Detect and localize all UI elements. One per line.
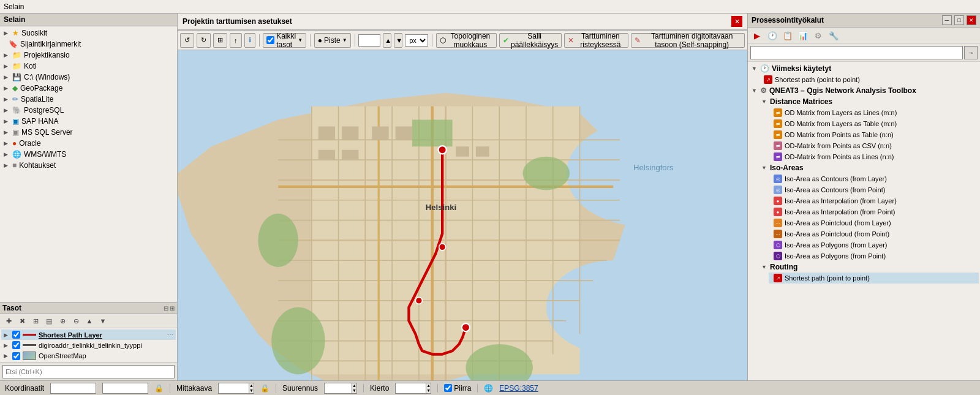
px-down-btn[interactable]: ▼ <box>394 33 402 48</box>
history-btn[interactable]: 📋 <box>781 29 794 42</box>
topologinen-btn[interactable]: ⬡ Topologinen muokkaus <box>436 33 497 48</box>
browser-item-mssql[interactable]: ▶ ▣ MS SQL Server <box>1 127 176 138</box>
subsection-routing[interactable]: ▼ Routing <box>759 261 979 273</box>
redo-btn[interactable]: ↻ <box>197 33 211 48</box>
layer-filter-btn[interactable]: ⊞ <box>29 315 42 326</box>
layer-shortest-path[interactable]: ▶ Shortest Path Layer ⋯ <box>1 329 176 340</box>
zoom-up-btn[interactable]: ▲ <box>352 383 356 388</box>
options-btn[interactable]: ⚙ <box>812 29 825 42</box>
zoom-input[interactable]: 100% <box>324 383 352 394</box>
paallekaisyys-btn[interactable]: ✔ Salli päällekkäisyys <box>499 33 562 48</box>
panel-close-btn[interactable]: ✕ <box>967 15 976 25</box>
search-input[interactable] <box>2 365 175 378</box>
algo-iso-contours-layer[interactable]: ◎ Iso-Area as Contours (from Layer) <box>769 173 979 184</box>
subsection-iso-areas[interactable]: ▼ Iso-Areas <box>759 162 979 173</box>
layer-select-label: Kaikki tasot <box>276 32 296 49</box>
algo-shortest-path-recent[interactable]: ↗ Shortest path (point to point) <box>759 74 979 85</box>
browser-panel-title: Selain <box>0 13 177 26</box>
dialog-close-btn[interactable]: ✕ <box>731 16 742 27</box>
algo-od-points-lines[interactable]: ⇌ OD-Matrix from Points as Lines (n:n) <box>769 151 979 162</box>
browser-label-sijaintikirjainmerkit: Sijaintikirjainmerkit <box>20 40 81 48</box>
browser-item-wms[interactable]: ▶ 🌐 WMS/WMTS <box>1 149 176 160</box>
browser-item-koti[interactable]: ▶ 📁 Koti <box>1 61 176 72</box>
layer-options-sp[interactable]: ⋯ <box>167 331 173 338</box>
browser-item-saphana[interactable]: ▶ ▣ SAP HANA <box>1 116 176 127</box>
layers-resize-btn[interactable]: ⊟ <box>164 305 168 312</box>
layer-checkbox-dig[interactable] <box>12 341 20 349</box>
svg-point-46 <box>439 146 447 154</box>
browser-item-geopackage[interactable]: ▶ ◆ GeoPackage <box>1 83 176 94</box>
rotation-down-btn[interactable]: ▼ <box>426 388 431 393</box>
info-btn[interactable]: ℹ <box>244 33 255 48</box>
tarttuminen-rist-btn[interactable]: ✕ Tarttuminen risteyksessä <box>564 33 628 48</box>
algo-iso-polygons-point[interactable]: ⬡ Iso-Area as Polygons (from Point) <box>769 250 979 261</box>
browser-item-postgresql[interactable]: ▶ 🐘 PostgreSQL <box>1 105 176 116</box>
browser-item-sijaintikirjainmerkit[interactable]: 🔖 Sijaintikirjainmerkit <box>1 39 176 50</box>
algo-od-layers-lines[interactable]: ⇌ OD Matrix from Layers as Lines (m:n) <box>769 107 979 118</box>
point-type[interactable]: ● Piste ▼ <box>314 33 351 48</box>
up-btn[interactable]: ↑ <box>230 33 242 48</box>
subsection-distance-matrices[interactable]: ▼ Distance Matrices <box>759 96 979 107</box>
algo-iso-interpolation-point[interactable]: ● Iso-Area as Interpolation (from Point) <box>769 206 979 217</box>
schedule-btn[interactable]: 🕐 <box>766 29 779 42</box>
algo-od-points-table[interactable]: ⇌ OD Matrix from Points as Table (n:n) <box>769 129 979 140</box>
zoom-down-btn[interactable]: ▼ <box>352 388 356 393</box>
processing-search-input[interactable]: qneat3 <box>750 46 963 59</box>
unit-select[interactable]: px <box>405 34 428 47</box>
scale-down-btn[interactable]: ▼ <box>249 388 254 393</box>
layer-select-checkbox[interactable] <box>266 36 274 44</box>
section-qneat3[interactable]: ▼ ⚙ QNEAT3 – Qgis Network Analysis Toolb… <box>749 85 979 96</box>
layer-move-down-btn[interactable]: ▼ <box>97 315 109 326</box>
layer-checkbox-osm[interactable] <box>12 352 20 360</box>
browser-item-oracle[interactable]: ▶ ● Oracle <box>1 138 176 149</box>
run-btn[interactable]: ▶ <box>750 29 764 42</box>
rotation-input[interactable]: 0,0 ° <box>395 383 426 394</box>
results-btn[interactable]: 📊 <box>796 29 810 42</box>
scale-up-btn[interactable]: ▲ <box>249 383 254 388</box>
layer-collapse-btn[interactable]: ⊖ <box>70 315 82 326</box>
algo-iso-interpolation-layer[interactable]: ● Iso-Area as Interpolation (from Layer) <box>769 195 979 206</box>
px-value-input[interactable]: 12 <box>358 34 380 47</box>
algo-iso-polygons-layer[interactable]: ⬡ Iso-Area as Polygons (from Layer) <box>769 239 979 250</box>
rotation-up-btn[interactable]: ▲ <box>426 383 431 388</box>
algo-od-points-csv[interactable]: ⇌ OD-Matrix from Points as CSV (n:n) <box>769 140 979 151</box>
algo-iso-contours-point[interactable]: ◎ Iso-Area as Contours (from Point) <box>769 184 979 195</box>
render-checkbox[interactable] <box>444 384 452 392</box>
layer-checkbox-sp[interactable] <box>12 331 20 339</box>
filter-btn[interactable]: ⊞ <box>213 33 227 48</box>
panel-minimize-btn[interactable]: ─ <box>942 15 952 25</box>
algo-iso-pointcloud-point[interactable]: ⋯ Iso-Area as Pointcloud (from Point) <box>769 228 979 239</box>
coords-x-input[interactable]: 2779169 <box>50 383 96 394</box>
layer-digiroaddr[interactable]: ▶ digiroaddr_tielinkki_tielinkin_tyyppi <box>1 340 176 350</box>
browser-label-windows: C:\ (Windows) <box>24 73 70 81</box>
layer-add-btn[interactable]: ✚ <box>2 315 15 326</box>
tarttuminen-digit-btn[interactable]: ✎ Tarttuminen digitoitavaan tasoon (Self… <box>631 33 745 48</box>
panel-maximize-btn[interactable]: □ <box>954 15 964 25</box>
coords-y-input[interactable]: 8439195 <box>102 383 148 394</box>
algo-shortest-path-routing[interactable]: ↗ Shortest path (point to point) <box>769 273 979 284</box>
label-od-layers-lines: OD Matrix from Layers as Lines (m:n) <box>785 109 897 116</box>
algo-od-layers-table[interactable]: ⇌ OD Matrix from Layers as Table (m:n) <box>769 118 979 129</box>
layer-remove-btn[interactable]: ✖ <box>16 315 28 326</box>
section-recent[interactable]: ▼ 🕐 Viimeksi käytetyt <box>749 63 979 74</box>
layer-open-table-btn[interactable]: ▤ <box>43 315 55 326</box>
browser-item-windows[interactable]: ▶ 💾 C:\ (Windows) <box>1 72 176 83</box>
bookmark-icon: 🔖 <box>9 40 18 48</box>
layer-move-up-btn[interactable]: ▲ <box>83 315 96 326</box>
layer-osm[interactable]: ▶ OpenStreetMap <box>1 350 176 361</box>
browser-item-projektikansio[interactable]: ▶ 📁 Projektikansio <box>1 50 176 61</box>
browser-item-suosikit[interactable]: ▶ ★ Suosikit <box>1 28 176 39</box>
px-up-btn[interactable]: ▲ <box>383 33 391 48</box>
layers-float-btn[interactable]: ⊞ <box>170 305 175 312</box>
scale-input[interactable]: 1:30736 <box>218 383 249 394</box>
browser-item-kohtaukset[interactable]: ▶ ■ Kohtaukset <box>1 160 176 171</box>
layer-select[interactable]: Kaikki tasot ▼ <box>263 33 306 48</box>
layer-expand-btn[interactable]: ⊕ <box>56 315 69 326</box>
browser-item-spatialite[interactable]: ▶ ✏ SpatiaLite <box>1 94 176 105</box>
menu-selain[interactable]: Selain <box>4 2 24 11</box>
search-go-btn[interactable]: → <box>964 46 978 59</box>
undo-btn[interactable]: ↺ <box>180 33 194 48</box>
algo-iso-pointcloud-layer[interactable]: ⋯ Iso-Area as Pointcloud (from Layer) <box>769 217 979 228</box>
help-btn[interactable]: 🔧 <box>827 29 840 42</box>
map-area[interactable]: Projektin tarttumisen asetukset ✕ ↺ ↻ ⊞ … <box>178 13 747 380</box>
